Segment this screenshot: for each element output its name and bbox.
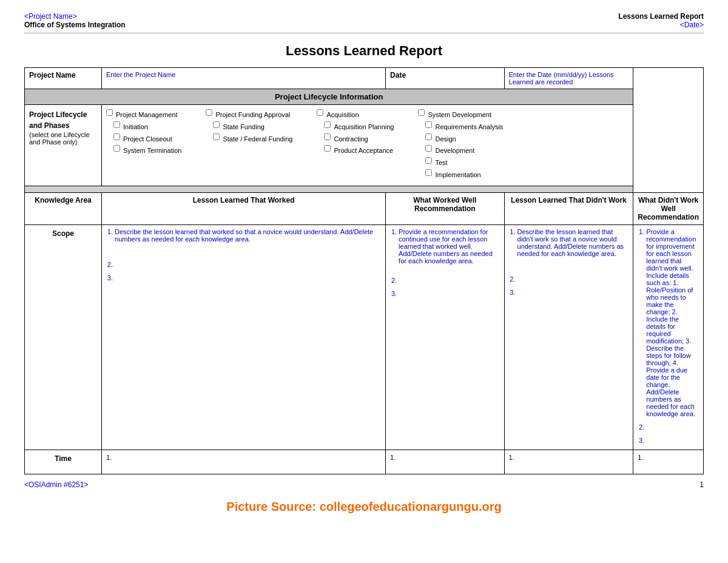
lifecycle-col3: Acquisition Acquisition Planning Contrac… xyxy=(317,109,394,181)
checkbox-impl-input[interactable] xyxy=(425,169,432,176)
main-title: Lessons Learned Report xyxy=(24,43,704,59)
col-header-lesson-didnt-work: Lesson Learned That Didn't Work xyxy=(504,192,633,224)
scope-worked-list: Describe the lesson learned that worked … xyxy=(106,228,381,282)
date-value[interactable]: Enter the Date (mm/dd/yy) Lessons Learne… xyxy=(504,68,633,89)
scope-didnt-work-rec-item-3 xyxy=(646,437,699,444)
scope-didnt-work-rec-item-2 xyxy=(646,423,699,431)
scope-didnt-work-cell[interactable]: Describe the lesson learned that didn't … xyxy=(504,224,633,450)
col-header-lesson-worked: Lesson Learned That Worked xyxy=(102,192,386,224)
checkbox-system-termination[interactable]: System Termination xyxy=(106,145,181,157)
checkbox-acquisition[interactable]: Acquisition xyxy=(317,109,394,121)
checkbox-init-input[interactable] xyxy=(113,121,120,128)
scope-worked-rec-list: Provide a recommendation for continued u… xyxy=(390,228,499,297)
scope-worked-item-2 xyxy=(115,261,381,268)
time-didnt-work-rec-cell[interactable]: 1. xyxy=(633,450,704,474)
lifecycle-checkboxes: Project Management Initiation Project Cl… xyxy=(106,109,629,181)
scope-didnt-work-rec-cell[interactable]: Provide a recommendation for improvement… xyxy=(633,224,704,450)
col-header-knowledge-area: Knowledge Area xyxy=(25,192,102,224)
time-didnt-work-cell[interactable]: 1. xyxy=(504,450,633,474)
scope-worked-item-1: Describe the lesson learned that worked … xyxy=(115,228,381,243)
checkbox-initiation[interactable]: Initiation xyxy=(106,121,181,133)
checkbox-product-acceptance[interactable]: Product Acceptance xyxy=(317,145,394,157)
scope-didnt-work-rec-item-1: Provide a recommendation for improvement… xyxy=(646,228,699,417)
col-header-what-worked-rec: What Worked Well Recommendation xyxy=(386,192,504,224)
checkbox-state-funding-input[interactable] xyxy=(213,121,220,128)
scope-worked-rec-cell[interactable]: Provide a recommendation for continued u… xyxy=(386,224,504,450)
lifecycle-col2: Project Funding Approval State Funding S… xyxy=(206,109,292,181)
header-date-link[interactable]: <Date> xyxy=(618,21,704,29)
checkbox-req-analysis-input[interactable] xyxy=(425,121,432,128)
lifecycle-section-header: Project Lifecycle Information xyxy=(25,89,633,105)
scope-didnt-work-item-2 xyxy=(517,275,629,283)
checkbox-dev-input[interactable] xyxy=(425,145,432,152)
lifecycle-label-cell: Project Lifecycle and Phases (select one… xyxy=(25,105,102,186)
scope-didnt-work-list: Describe the lesson learned that didn't … xyxy=(509,228,629,296)
footer-admin-link[interactable]: <OSIAdmin #6251> xyxy=(24,480,88,489)
lifecycle-col4: System Development Requirements Analysis… xyxy=(418,109,503,181)
checkbox-contracting-input[interactable] xyxy=(324,133,331,140)
page-header: <Project Name> Office of Systems Integra… xyxy=(24,12,704,33)
checkbox-design-input[interactable] xyxy=(425,133,432,140)
checkbox-product-acceptance-input[interactable] xyxy=(324,145,331,152)
watermark: Picture Source: collegeofeducationargung… xyxy=(24,500,704,514)
checkbox-state-funding[interactable]: State Funding xyxy=(206,121,292,133)
checkbox-pm-input[interactable] xyxy=(106,109,113,116)
checkbox-federal-funding[interactable]: State / Federal Funding xyxy=(206,133,292,146)
time-area-cell: Time xyxy=(25,450,102,474)
lifecycle-section-header-row: Project Lifecycle Information xyxy=(25,89,704,105)
col-header-what-didnt-work-rec: What Didn't Work Well Recommendation xyxy=(633,192,704,224)
main-table: Project Name Enter the Project Name Date… xyxy=(24,67,704,474)
scope-didnt-work-item-3 xyxy=(517,289,629,296)
checkbox-test-input[interactable] xyxy=(425,157,432,164)
lifecycle-label: Project Lifecycle and Phases xyxy=(29,109,97,131)
header-left: <Project Name> Office of Systems Integra… xyxy=(24,12,126,29)
lifecycle-col1: Project Management Initiation Project Cl… xyxy=(106,109,181,181)
time-row: Time 1. 1. 1. 1. xyxy=(25,450,704,474)
scope-worked-item-3 xyxy=(115,274,381,282)
header-report-title: Lessons Learned Report xyxy=(618,12,704,21)
scope-worked-rec-item-2 xyxy=(399,277,499,284)
lifecycle-checkboxes-cell: Project Management Initiation Project Cl… xyxy=(102,105,633,186)
header-right: Lessons Learned Report <Date> xyxy=(618,12,704,29)
time-worked-rec-cell[interactable]: 1. xyxy=(386,450,504,474)
project-name-label: Project Name xyxy=(25,68,102,89)
header-org-name: Office of Systems Integration xyxy=(24,21,126,29)
time-worked-cell[interactable]: 1. xyxy=(102,450,386,474)
project-name-value[interactable]: Enter the Project Name xyxy=(102,68,386,89)
date-label: Date xyxy=(386,68,504,89)
checkbox-implementation[interactable]: Implementation xyxy=(418,169,503,181)
lifecycle-note: (select one Lifecycle and Phase only) xyxy=(29,131,97,146)
empty-separator-row xyxy=(25,186,704,192)
scope-worked-rec-item-3 xyxy=(399,290,499,297)
checkbox-design[interactable]: Design xyxy=(418,133,503,146)
checkbox-acq-plan-input[interactable] xyxy=(324,121,331,128)
scope-row: Scope Describe the lesson learned that w… xyxy=(25,224,704,450)
column-headers-row: Knowledge Area Lesson Learned That Worke… xyxy=(25,192,704,224)
scope-didnt-work-rec-list: Provide a recommendation for improvement… xyxy=(638,228,699,444)
checkbox-federal-funding-input[interactable] xyxy=(213,133,220,140)
scope-area-cell: Scope xyxy=(25,224,102,450)
project-name-row: Project Name Enter the Project Name Date… xyxy=(25,68,704,89)
checkbox-sys-dev-input[interactable] xyxy=(418,109,425,116)
checkbox-test[interactable]: Test xyxy=(418,157,503,169)
scope-didnt-work-item-1: Describe the lesson learned that didn't … xyxy=(517,228,629,257)
footer-page-number: 1 xyxy=(699,480,704,489)
checkbox-termination-input[interactable] xyxy=(113,145,120,152)
checkbox-project-management[interactable]: Project Management xyxy=(106,109,181,121)
scope-worked-rec-item-1: Provide a recommendation for continued u… xyxy=(399,228,499,265)
checkbox-project-closeout[interactable]: Project Closeout xyxy=(106,133,181,146)
checkbox-development[interactable]: Development xyxy=(418,145,503,157)
checkbox-funding-input[interactable] xyxy=(206,109,212,116)
checkbox-closeout-input[interactable] xyxy=(113,133,120,140)
page-footer: <OSIAdmin #6251> 1 xyxy=(24,480,704,489)
checkbox-acq-input[interactable] xyxy=(317,109,323,116)
checkbox-funding-approval[interactable]: Project Funding Approval xyxy=(206,109,292,121)
page-container: <Project Name> Office of Systems Integra… xyxy=(0,0,728,526)
checkbox-system-development[interactable]: System Development xyxy=(418,109,503,121)
checkbox-requirements-analysis[interactable]: Requirements Analysis xyxy=(418,121,503,133)
scope-worked-cell[interactable]: Describe the lesson learned that worked … xyxy=(102,224,386,450)
checkbox-acquisition-planning[interactable]: Acquisition Planning xyxy=(317,121,394,133)
lifecycle-row: Project Lifecycle and Phases (select one… xyxy=(25,105,704,186)
checkbox-contracting[interactable]: Contracting xyxy=(317,133,394,146)
header-project-link[interactable]: <Project Name> xyxy=(24,12,126,21)
